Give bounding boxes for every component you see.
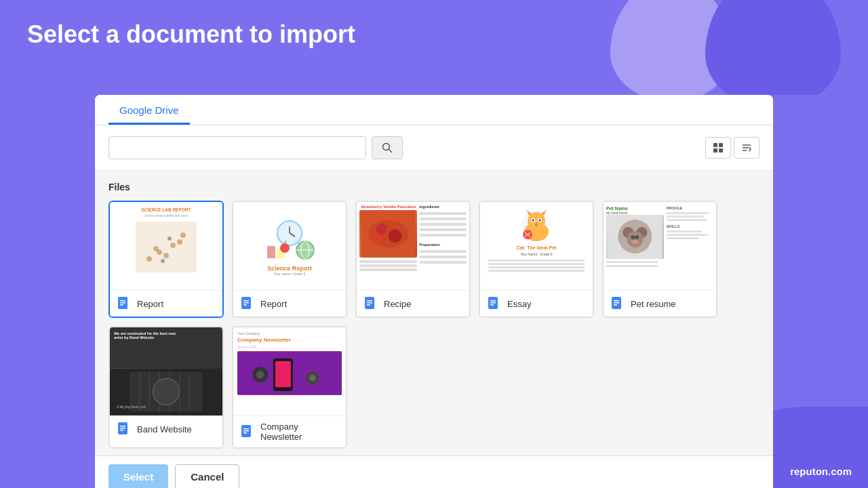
file-thumbnail-science: Science Report Your name • Grade 5 xyxy=(233,202,346,290)
svg-point-71 xyxy=(631,240,638,244)
svg-rect-4 xyxy=(713,148,717,152)
dialog-footer: Select Cancel xyxy=(95,455,773,488)
recipe-ing-line2 xyxy=(419,218,467,220)
header: Select a document to import xyxy=(0,0,868,95)
pet-image xyxy=(606,215,664,259)
recipe-title: Strawberry Vanilla Pancakes xyxy=(359,205,417,209)
sort-button[interactable] xyxy=(734,137,760,159)
page-title: Select a document to import xyxy=(27,20,841,49)
recipe-left: Strawberry Vanilla Pancakes xyxy=(359,205,417,287)
nl-image xyxy=(237,351,342,395)
recipe-right: Ingredients Preparation xyxy=(419,205,467,287)
svg-line-1 xyxy=(389,150,392,152)
file-name-science-lab: Report xyxy=(137,299,163,309)
svg-rect-42 xyxy=(367,300,372,302)
band-text-line2: artist by Band Website xyxy=(114,336,218,340)
pet-left: Pet Name My best friend xyxy=(606,206,664,286)
pet-skill1 xyxy=(667,230,702,232)
nl-title: Company Newsletter xyxy=(237,337,342,343)
essay-line2 xyxy=(488,263,585,265)
recipe-line3 xyxy=(359,268,417,271)
essay-title: Cat: The Ideal Pet xyxy=(517,245,557,250)
svg-point-39 xyxy=(389,229,402,243)
svg-point-15 xyxy=(180,232,186,238)
pet-section2: SKILLS xyxy=(667,224,713,228)
file-card-pet-resume[interactable]: Pet Name My best friend xyxy=(602,201,717,318)
svg-point-30 xyxy=(280,243,290,253)
file-footer-essay: Essay xyxy=(480,290,593,317)
file-name-science: Report xyxy=(260,299,287,309)
svg-rect-3 xyxy=(719,143,723,147)
essay-line3 xyxy=(488,266,585,268)
recipe-line1 xyxy=(359,260,417,263)
file-name-recipe: Recipe xyxy=(384,299,411,309)
grid-view-button[interactable] xyxy=(705,137,731,159)
svg-point-14 xyxy=(153,246,159,251)
svg-rect-86 xyxy=(120,426,125,427)
doc-icon-band xyxy=(117,422,132,436)
doc-icon-recipe xyxy=(363,296,378,311)
recipe-ing-line3 xyxy=(419,223,467,226)
svg-point-93 xyxy=(256,371,264,379)
file-name-band: Band Website xyxy=(137,424,192,434)
science-report-label: Science Report xyxy=(267,265,312,272)
svg-rect-33 xyxy=(243,300,249,302)
pet-profile-line1 xyxy=(667,212,709,214)
essay-lines xyxy=(483,260,590,273)
essay-subtitle: Your Name · Grade 5 xyxy=(520,252,552,256)
doc-icon-science-lab xyxy=(117,296,132,311)
pet-profile-line2 xyxy=(667,216,704,218)
svg-point-16 xyxy=(167,237,172,241)
thumb-pet: Pet Name My best friend xyxy=(604,202,716,290)
cancel-button[interactable]: Cancel xyxy=(175,464,239,488)
search-input[interactable] xyxy=(108,136,366,159)
file-footer-recipe: Recipe xyxy=(357,290,469,317)
file-thumbnail-pet: Pet Name My best friend xyxy=(604,202,716,290)
science-lab-subtitle: Some small subtitle text here xyxy=(144,214,188,218)
svg-rect-99 xyxy=(243,432,247,434)
recipe-line2 xyxy=(359,264,417,267)
svg-point-40 xyxy=(374,235,382,243)
tab-bar: Google Drive xyxy=(95,95,773,125)
select-button[interactable]: Select xyxy=(108,464,168,488)
recipe-step3 xyxy=(419,261,467,264)
svg-point-54 xyxy=(532,220,534,222)
file-card-recipe[interactable]: Strawberry Vanilla Pancakes xyxy=(355,201,471,318)
file-card-science-lab-report[interactable]: SCIENCE LAB REPORT Some small subtitle t… xyxy=(108,201,224,318)
file-card-essay[interactable]: Cat: The Ideal Pet Your Name · Grade 5 xyxy=(479,201,594,318)
search-area xyxy=(95,125,773,171)
file-card-newsletter[interactable]: Your Company Company Newsletter January … xyxy=(232,326,347,449)
thumb-recipe: Strawberry Vanilla Pancakes xyxy=(357,202,469,290)
band-footer-text: A big big thank you! xyxy=(117,405,146,409)
svg-rect-63 xyxy=(490,304,494,306)
sort-icon xyxy=(741,142,752,153)
import-dialog: Google Drive xyxy=(95,95,773,488)
svg-rect-25 xyxy=(267,246,275,258)
tab-google-drive[interactable]: Google Drive xyxy=(108,95,190,125)
file-card-science-report[interactable]: Science Report Your name • Grade 5 Repor… xyxy=(232,201,347,318)
svg-rect-97 xyxy=(243,428,249,430)
svg-rect-20 xyxy=(120,302,125,304)
science-report-image xyxy=(259,216,320,264)
recipe-step1 xyxy=(419,250,467,253)
svg-rect-98 xyxy=(243,430,249,432)
file-thumbnail-band: We are nominated for the best new artist… xyxy=(110,327,222,415)
file-card-band[interactable]: We are nominated for the best new artist… xyxy=(108,326,224,449)
svg-rect-61 xyxy=(490,300,496,302)
file-thumbnail-essay: Cat: The Ideal Pet Your Name · Grade 5 xyxy=(480,202,593,290)
svg-rect-5 xyxy=(719,148,723,152)
file-footer-science-lab: Report xyxy=(110,290,222,317)
svg-point-69 xyxy=(631,235,635,239)
science-report-byline: Your name • Grade 5 xyxy=(274,272,306,276)
file-footer-science: Report xyxy=(233,290,346,317)
doc-icon-pet xyxy=(610,296,625,311)
svg-rect-62 xyxy=(490,302,496,304)
pet-line1 xyxy=(606,261,658,263)
nl-company-label: Your Company xyxy=(237,331,342,336)
doc-icon-essay xyxy=(487,296,502,311)
recipe-steps-label: Preparation xyxy=(419,243,467,247)
svg-point-13 xyxy=(177,239,182,245)
search-button[interactable] xyxy=(372,136,403,159)
recipe-step2 xyxy=(419,256,467,258)
pet-line2 xyxy=(606,265,658,267)
